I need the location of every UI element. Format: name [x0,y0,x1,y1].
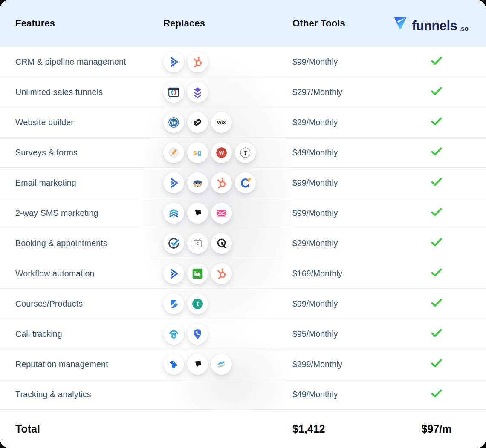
svg-text:WiX: WiX [217,120,226,125]
feature-label: Booking & appointments [0,238,163,248]
check-icon [431,87,442,97]
callrail-icon [163,324,184,345]
wordpress-icon: W [163,112,184,133]
other-tools-total: $1,412 [292,423,387,435]
check-cell [387,178,486,188]
other-tools-price: $29/Monthly [292,238,387,248]
svg-text:t: t [197,300,199,307]
replaced-tools [163,172,292,193]
clickfunnels-icon [163,82,184,103]
other-tools-price: $99/Monthly [292,208,387,218]
leadpages-icon [187,82,208,103]
reputation-swirl-icon [211,354,232,375]
check-icon [431,178,442,188]
svg-text:g: g [197,149,202,156]
check-icon [431,238,442,248]
table-row: Courses/Products t $99/Monthly [0,289,486,319]
table-row: Booking & appointments C $29/Monthly [0,228,486,258]
table-row: Workflow automation k $169/Monthly [0,258,486,289]
logo-tld-text: .so [459,25,469,32]
other-tools-price: $29/Monthly [292,118,387,127]
wufoo-icon: W [211,142,232,163]
acuity-scheduling-icon [211,233,232,254]
check-icon [431,359,442,369]
feature-label: Unlimited sales funnels [0,87,163,97]
svg-text:W: W [171,119,177,126]
replaced-tools [163,203,292,224]
feature-label: Call tracking [0,329,163,339]
check-cell [387,359,486,369]
teachable-icon: t [187,293,208,314]
replaced-tools [163,82,292,103]
check-icon [431,268,442,279]
svg-text:C: C [196,241,199,246]
other-tools-price: $49/Monthly [292,390,387,399]
check-icon [431,57,442,67]
hubspot-icon [211,172,232,193]
activecampaign-icon [163,263,184,284]
replaced-tools: k [163,263,292,284]
check-cell [387,389,486,399]
total-row: Total $1,412 $97/m [0,410,486,448]
feature-label: Website builder [0,118,163,127]
funnels-logo: funnels .so [381,15,480,32]
replaced-tools: t [163,293,292,314]
check-icon [431,208,442,218]
svg-text:W: W [219,150,224,156]
check-cell [387,208,486,218]
constant-contact-icon [235,172,256,193]
table-body: CRM & pipeline management $99/Monthly Un… [0,47,486,410]
replaced-tools [163,324,292,345]
table-header: Features Replaces Other Tools funnels .s… [0,0,486,47]
activecampaign-icon [163,52,184,72]
table-row: Tracking & analytics $49/Monthly [0,379,486,410]
check-cell [387,299,486,309]
table-row: Email marketing $99/Monthly [0,168,486,198]
mailchimp-icon [187,172,208,193]
other-tools-price: $95/Monthly [292,329,387,339]
other-tools-price: $169/Monthly [292,269,387,279]
svg-text:T: T [244,149,247,155]
check-icon [431,299,442,309]
replaced-tools [163,354,292,375]
feature-label: Surveys & forms [0,148,163,158]
calltracking-pin-icon [187,324,208,345]
replaced-tools: WWiX [163,112,292,133]
feature-label: Email marketing [0,178,163,188]
replaced-tools [163,52,292,72]
logo-brand-text: funnels [412,19,457,32]
typeform-icon: T [235,142,256,163]
survey-pencil-icon [163,142,184,163]
feature-label: Tracking & analytics [0,390,163,399]
column-header-replaces: Replaces [163,18,292,29]
feature-label: Workflow automation [0,269,163,279]
check-cell [387,238,486,248]
funnel-logo-icon [393,15,408,32]
table-row: CRM & pipeline management $99/Monthly [0,47,486,77]
other-tools-price: $99/Monthly [292,178,387,188]
table-row: Unlimited sales funnels $297/Monthly [0,77,486,107]
salesmsg-icon [163,203,184,224]
check-cell [387,87,486,97]
kajabi-icon [163,293,184,314]
other-tools-price: $99/Monthly [292,57,387,67]
table-row: 2-way SMS marketing $99/Monthly [0,198,486,228]
column-header-other-tools: Other Tools [292,18,387,29]
sms-envelope-icon [211,203,232,224]
feature-label: Reputation management [0,359,163,369]
hubspot-icon [187,52,208,72]
other-tools-price: $49/Monthly [292,148,387,158]
check-cell [387,329,486,339]
check-icon [431,147,442,158]
check-cell [387,57,486,67]
funnels-total-price: $97/m [387,423,486,435]
wix-icon: WiX [211,112,232,133]
setmore-icon [163,233,184,254]
table-row: Call tracking $95/Monthly [0,319,486,349]
check-icon [431,329,442,339]
check-cell [387,117,486,127]
check-cell [387,147,486,158]
svg-text:k: k [194,270,198,277]
squarespace-icon [187,112,208,133]
surveygizmo-icon: sg [187,142,208,163]
